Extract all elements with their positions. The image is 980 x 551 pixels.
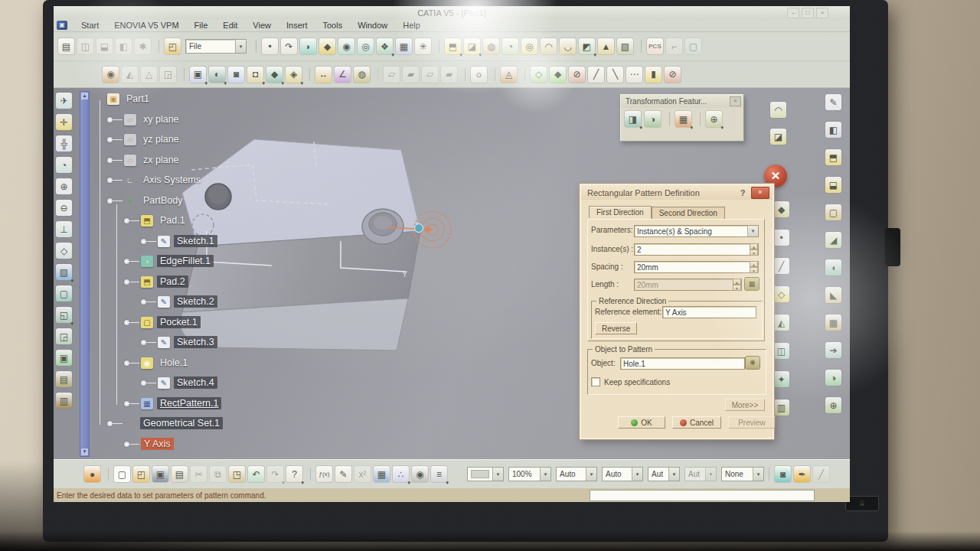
cascade-window-icon[interactable]: ◧	[116, 38, 132, 54]
point-icon[interactable]: •	[262, 38, 278, 54]
paint-bucket-icon[interactable]: ◙	[775, 466, 791, 482]
extrude-icon[interactable]: ◇	[773, 286, 789, 302]
olive-tool-icon[interactable]: ▤	[56, 371, 72, 387]
keep-specifications-checkbox[interactable]	[591, 377, 600, 386]
add-body-icon[interactable]: ◙	[228, 67, 244, 83]
ok-button[interactable]: OK	[618, 416, 665, 429]
transformation-toolbar-titlebar[interactable]: Transformation Featur... ×	[621, 95, 743, 108]
graphic-color-combo[interactable]: ▾	[467, 467, 504, 481]
fill-icon[interactable]: ◪	[770, 129, 786, 145]
tree-item-sketch-2[interactable]: ✎Sketch.2	[144, 294, 217, 309]
spacing-field[interactable]: 20mm ▲▼	[634, 261, 759, 273]
thick-surface-icon[interactable]: ▥	[773, 399, 789, 416]
zoom-out-icon[interactable]: ⊖	[56, 200, 72, 216]
stiffener-icon[interactable]: ◩▾	[579, 38, 595, 54]
tab-second-direction[interactable]: Second Direction	[652, 207, 725, 219]
frame-icon[interactable]: ⌐	[666, 38, 682, 54]
split-surface-icon[interactable]: ◆	[319, 38, 335, 54]
tile-vertical-icon[interactable]: ⬓	[96, 38, 113, 54]
tree-item-partbody[interactable]: ✳PartBody	[110, 193, 185, 208]
healing-icon[interactable]: ◎	[358, 38, 374, 54]
shaded-cube-icon[interactable]: ▧▾	[56, 264, 72, 280]
measure-between-icon[interactable]: ↔	[315, 67, 332, 83]
publish-icon[interactable]: ◉	[103, 67, 119, 83]
open-folder-icon[interactable]: ◰	[165, 38, 181, 54]
line-type-combo[interactable]: Auto▾	[556, 467, 597, 481]
preferences-icon[interactable]: ✱	[135, 38, 151, 54]
tab-first-direction[interactable]: First Direction	[589, 206, 652, 218]
removed-loft-icon[interactable]: ▧	[617, 38, 633, 54]
catalog-browser-icon[interactable]: ◬	[501, 67, 517, 83]
superscript-icon[interactable]: x²	[354, 466, 371, 482]
burst-icon[interactable]: ✳	[415, 38, 431, 54]
rect-pattern-icon[interactable]: ▦▾	[675, 111, 691, 127]
grayed-tool-icon-3[interactable]: ◲	[160, 67, 176, 83]
faded-tool-icon-3[interactable]: ▱	[422, 67, 438, 83]
render-style-combo[interactable]: Aut▾	[684, 467, 717, 481]
chevron-down-icon[interactable]: ▾	[705, 468, 716, 481]
join-surface-icon[interactable]: ◉	[338, 38, 354, 54]
pad-small-icon[interactable]: ⬒	[825, 149, 841, 165]
tree-item-sketch-4[interactable]: ✎Sketch.4	[144, 375, 217, 390]
faded-tool-icon-4[interactable]: ▰	[441, 67, 457, 83]
normal-view-icon[interactable]: ⊥	[56, 221, 72, 237]
tree-item-sketch-1[interactable]: ✎Sketch.1	[144, 233, 217, 249]
object-field[interactable]: Hole.1	[620, 357, 745, 370]
tree-item-pad-1[interactable]: ⬒Pad.1	[127, 213, 188, 228]
spacing-spinner[interactable]: ▲▼	[750, 261, 758, 273]
comment-icon[interactable]: ✎	[335, 466, 351, 482]
green-tool-icon[interactable]: ▣	[56, 350, 72, 366]
chevron-down-icon[interactable]: ▾	[747, 226, 758, 236]
groove-icon[interactable]: ◔	[502, 38, 518, 54]
length-measure-icon[interactable]: ▦	[745, 278, 759, 290]
tree-item-hole-1[interactable]: ◉Hole.1	[127, 355, 191, 370]
translate-icon[interactable]: ◨▾	[625, 111, 641, 127]
measure-item-icon[interactable]: ∠	[335, 67, 351, 83]
menu-file[interactable]: File	[187, 21, 216, 30]
sketcher-icon[interactable]: ✎	[825, 94, 841, 110]
rib-icon[interactable]: ◠	[541, 38, 557, 54]
tree-item-pocket-1[interactable]: ▢Pocket.1	[127, 315, 201, 330]
lock-icon[interactable]: ◉	[412, 466, 428, 482]
menu-tools[interactable]: Tools	[315, 21, 350, 30]
measure-inertia-icon[interactable]: ◍	[354, 67, 370, 83]
hole-icon[interactable]: ◎	[521, 38, 537, 54]
formula-icon[interactable]: ƒ(x)	[316, 466, 332, 482]
constraint-icon[interactable]: ◇	[531, 67, 547, 83]
close-button[interactable]: ×	[816, 8, 828, 18]
shell-icon[interactable]: ▢	[825, 204, 841, 220]
faded-tool-icon-2[interactable]: ▰	[403, 67, 419, 83]
chevron-down-icon[interactable]: ▾	[632, 468, 642, 481]
pad-icon[interactable]: ⬒▾	[445, 38, 461, 54]
maximize-button[interactable]: □	[802, 8, 814, 18]
positioned-sketch-icon[interactable]: ◧	[825, 122, 841, 138]
print-icon[interactable]: ▤	[172, 466, 188, 482]
tile-horizontal-icon[interactable]: ◫	[77, 38, 93, 54]
cancel-button[interactable]: Cancel	[672, 416, 721, 429]
parameters-combo[interactable]: Instance(s) & Spacing ▾	[634, 225, 759, 237]
undo-icon[interactable]: ↶	[248, 466, 264, 482]
chamfer-icon[interactable]: ◣	[825, 287, 841, 303]
disable-icon[interactable]: ⊘	[665, 67, 681, 83]
chevron-down-icon[interactable]: ▾	[235, 40, 246, 53]
slot-icon[interactable]: ◡	[560, 38, 576, 54]
offset-icon[interactable]: ◫	[773, 343, 789, 359]
revolve-icon[interactable]: ◭	[773, 315, 789, 331]
minimize-button[interactable]: –	[787, 8, 799, 18]
translate-small-icon[interactable]: ➔	[825, 342, 841, 358]
scale-small-icon[interactable]: ⊕	[825, 397, 841, 413]
gear-icon[interactable]: ☼	[471, 67, 487, 83]
window-layout-icon[interactable]: ▤	[58, 38, 74, 54]
dialog-titlebar[interactable]: Rectangular Pattern Definition ? ×	[581, 185, 773, 200]
reverse-button[interactable]: Reverse	[595, 322, 637, 334]
tree-item-edgefillet-1[interactable]: ◖EdgeFillet.1	[127, 253, 214, 269]
tree-item-part1[interactable]: ▣Part1	[93, 91, 152, 106]
brown-tool-icon[interactable]: ▥	[56, 393, 72, 409]
swap-space-icon[interactable]: ◲	[56, 328, 72, 344]
tree-scrollbar[interactable]: ▲ ▼	[80, 91, 90, 457]
open-icon[interactable]: ◰	[133, 466, 149, 482]
multi-pad-icon[interactable]: ⬓	[825, 177, 841, 193]
surface-patch-icon[interactable]: ◗	[300, 38, 316, 54]
new-document-icon[interactable]: ▢	[114, 466, 130, 482]
preview-button[interactable]: Preview	[728, 416, 776, 429]
